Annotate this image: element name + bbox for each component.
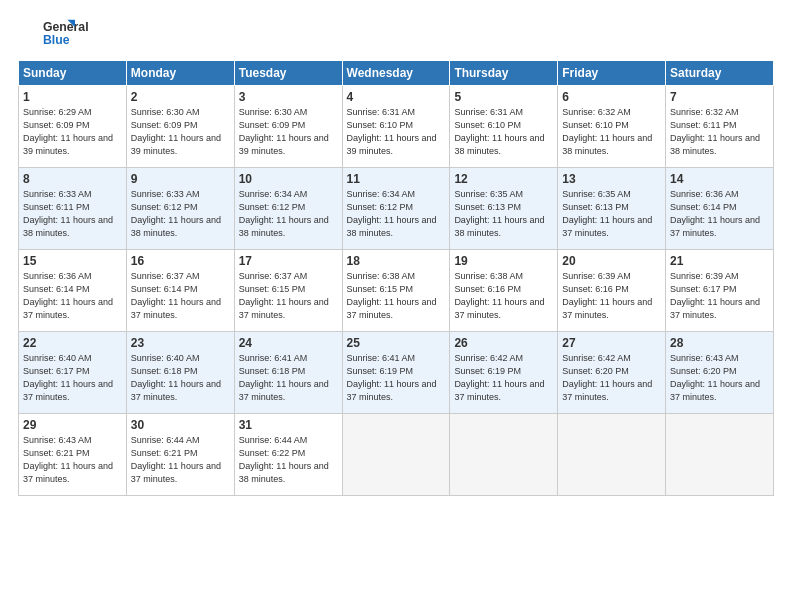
- day-info: Sunrise: 6:34 AM Sunset: 6:12 PM Dayligh…: [239, 188, 338, 240]
- day-number: 1: [23, 90, 122, 104]
- calendar-day-cell: 9 Sunrise: 6:33 AM Sunset: 6:12 PM Dayli…: [126, 168, 234, 250]
- svg-text:General: General: [43, 20, 89, 34]
- calendar-day-cell: 23 Sunrise: 6:40 AM Sunset: 6:18 PM Dayl…: [126, 332, 234, 414]
- calendar-day-cell: 4 Sunrise: 6:31 AM Sunset: 6:10 PM Dayli…: [342, 86, 450, 168]
- day-number: 18: [347, 254, 446, 268]
- calendar-day-cell: 7 Sunrise: 6:32 AM Sunset: 6:11 PM Dayli…: [666, 86, 774, 168]
- day-info: Sunrise: 6:42 AM Sunset: 6:20 PM Dayligh…: [562, 352, 661, 404]
- calendar-day-cell: 16 Sunrise: 6:37 AM Sunset: 6:14 PM Dayl…: [126, 250, 234, 332]
- calendar-day-cell: 14 Sunrise: 6:36 AM Sunset: 6:14 PM Dayl…: [666, 168, 774, 250]
- day-number: 30: [131, 418, 230, 432]
- day-info: Sunrise: 6:36 AM Sunset: 6:14 PM Dayligh…: [670, 188, 769, 240]
- calendar-day-cell: 24 Sunrise: 6:41 AM Sunset: 6:18 PM Dayl…: [234, 332, 342, 414]
- day-number: 21: [670, 254, 769, 268]
- calendar-header-tuesday: Tuesday: [234, 61, 342, 86]
- day-info: Sunrise: 6:44 AM Sunset: 6:22 PM Dayligh…: [239, 434, 338, 486]
- calendar-day-cell: 29 Sunrise: 6:43 AM Sunset: 6:21 PM Dayl…: [19, 414, 127, 496]
- day-number: 15: [23, 254, 122, 268]
- day-number: 2: [131, 90, 230, 104]
- calendar-day-cell: 21 Sunrise: 6:39 AM Sunset: 6:17 PM Dayl…: [666, 250, 774, 332]
- day-info: Sunrise: 6:29 AM Sunset: 6:09 PM Dayligh…: [23, 106, 122, 158]
- calendar-day-cell: 5 Sunrise: 6:31 AM Sunset: 6:10 PM Dayli…: [450, 86, 558, 168]
- day-number: 7: [670, 90, 769, 104]
- day-number: 10: [239, 172, 338, 186]
- day-number: 25: [347, 336, 446, 350]
- calendar-day-cell: 27 Sunrise: 6:42 AM Sunset: 6:20 PM Dayl…: [558, 332, 666, 414]
- day-info: Sunrise: 6:41 AM Sunset: 6:18 PM Dayligh…: [239, 352, 338, 404]
- calendar-day-cell: 13 Sunrise: 6:35 AM Sunset: 6:13 PM Dayl…: [558, 168, 666, 250]
- day-info: Sunrise: 6:33 AM Sunset: 6:12 PM Dayligh…: [131, 188, 230, 240]
- svg-text:Blue: Blue: [43, 33, 70, 47]
- day-number: 29: [23, 418, 122, 432]
- logo: General Blue: [18, 16, 98, 50]
- day-number: 24: [239, 336, 338, 350]
- calendar-table: SundayMondayTuesdayWednesdayThursdayFrid…: [18, 60, 774, 496]
- day-info: Sunrise: 6:30 AM Sunset: 6:09 PM Dayligh…: [131, 106, 230, 158]
- calendar-week-row: 15 Sunrise: 6:36 AM Sunset: 6:14 PM Dayl…: [19, 250, 774, 332]
- calendar-header-thursday: Thursday: [450, 61, 558, 86]
- calendar-day-cell: [558, 414, 666, 496]
- calendar-day-cell: 19 Sunrise: 6:38 AM Sunset: 6:16 PM Dayl…: [450, 250, 558, 332]
- calendar-header-friday: Friday: [558, 61, 666, 86]
- calendar-day-cell: 12 Sunrise: 6:35 AM Sunset: 6:13 PM Dayl…: [450, 168, 558, 250]
- calendar-page: General Blue SundayMondayTuesdayWednesda…: [0, 0, 792, 612]
- day-info: Sunrise: 6:43 AM Sunset: 6:21 PM Dayligh…: [23, 434, 122, 486]
- day-number: 22: [23, 336, 122, 350]
- day-info: Sunrise: 6:33 AM Sunset: 6:11 PM Dayligh…: [23, 188, 122, 240]
- day-number: 5: [454, 90, 553, 104]
- day-info: Sunrise: 6:31 AM Sunset: 6:10 PM Dayligh…: [347, 106, 446, 158]
- calendar-header-row: SundayMondayTuesdayWednesdayThursdayFrid…: [19, 61, 774, 86]
- calendar-day-cell: 28 Sunrise: 6:43 AM Sunset: 6:20 PM Dayl…: [666, 332, 774, 414]
- calendar-day-cell: [450, 414, 558, 496]
- calendar-day-cell: 30 Sunrise: 6:44 AM Sunset: 6:21 PM Dayl…: [126, 414, 234, 496]
- day-number: 31: [239, 418, 338, 432]
- calendar-day-cell: 1 Sunrise: 6:29 AM Sunset: 6:09 PM Dayli…: [19, 86, 127, 168]
- calendar-day-cell: 10 Sunrise: 6:34 AM Sunset: 6:12 PM Dayl…: [234, 168, 342, 250]
- day-number: 12: [454, 172, 553, 186]
- logo-icon: General Blue: [18, 16, 98, 50]
- day-info: Sunrise: 6:31 AM Sunset: 6:10 PM Dayligh…: [454, 106, 553, 158]
- day-number: 19: [454, 254, 553, 268]
- calendar-day-cell: 18 Sunrise: 6:38 AM Sunset: 6:15 PM Dayl…: [342, 250, 450, 332]
- header: General Blue: [18, 16, 774, 50]
- day-number: 4: [347, 90, 446, 104]
- calendar-header-wednesday: Wednesday: [342, 61, 450, 86]
- day-number: 6: [562, 90, 661, 104]
- day-number: 23: [131, 336, 230, 350]
- day-number: 20: [562, 254, 661, 268]
- calendar-day-cell: 2 Sunrise: 6:30 AM Sunset: 6:09 PM Dayli…: [126, 86, 234, 168]
- day-info: Sunrise: 6:36 AM Sunset: 6:14 PM Dayligh…: [23, 270, 122, 322]
- calendar-day-cell: [666, 414, 774, 496]
- day-info: Sunrise: 6:34 AM Sunset: 6:12 PM Dayligh…: [347, 188, 446, 240]
- calendar-day-cell: 26 Sunrise: 6:42 AM Sunset: 6:19 PM Dayl…: [450, 332, 558, 414]
- day-number: 9: [131, 172, 230, 186]
- calendar-day-cell: 20 Sunrise: 6:39 AM Sunset: 6:16 PM Dayl…: [558, 250, 666, 332]
- calendar-day-cell: 17 Sunrise: 6:37 AM Sunset: 6:15 PM Dayl…: [234, 250, 342, 332]
- day-number: 11: [347, 172, 446, 186]
- calendar-day-cell: [342, 414, 450, 496]
- day-info: Sunrise: 6:32 AM Sunset: 6:10 PM Dayligh…: [562, 106, 661, 158]
- day-info: Sunrise: 6:41 AM Sunset: 6:19 PM Dayligh…: [347, 352, 446, 404]
- day-info: Sunrise: 6:32 AM Sunset: 6:11 PM Dayligh…: [670, 106, 769, 158]
- day-number: 13: [562, 172, 661, 186]
- calendar-week-row: 1 Sunrise: 6:29 AM Sunset: 6:09 PM Dayli…: [19, 86, 774, 168]
- day-info: Sunrise: 6:44 AM Sunset: 6:21 PM Dayligh…: [131, 434, 230, 486]
- calendar-header-sunday: Sunday: [19, 61, 127, 86]
- day-info: Sunrise: 6:30 AM Sunset: 6:09 PM Dayligh…: [239, 106, 338, 158]
- calendar-day-cell: 15 Sunrise: 6:36 AM Sunset: 6:14 PM Dayl…: [19, 250, 127, 332]
- day-number: 8: [23, 172, 122, 186]
- day-number: 16: [131, 254, 230, 268]
- calendar-day-cell: 3 Sunrise: 6:30 AM Sunset: 6:09 PM Dayli…: [234, 86, 342, 168]
- day-number: 17: [239, 254, 338, 268]
- day-number: 28: [670, 336, 769, 350]
- calendar-week-row: 8 Sunrise: 6:33 AM Sunset: 6:11 PM Dayli…: [19, 168, 774, 250]
- calendar-week-row: 29 Sunrise: 6:43 AM Sunset: 6:21 PM Dayl…: [19, 414, 774, 496]
- day-info: Sunrise: 6:38 AM Sunset: 6:16 PM Dayligh…: [454, 270, 553, 322]
- day-info: Sunrise: 6:35 AM Sunset: 6:13 PM Dayligh…: [454, 188, 553, 240]
- day-info: Sunrise: 6:35 AM Sunset: 6:13 PM Dayligh…: [562, 188, 661, 240]
- day-info: Sunrise: 6:38 AM Sunset: 6:15 PM Dayligh…: [347, 270, 446, 322]
- calendar-header-monday: Monday: [126, 61, 234, 86]
- day-info: Sunrise: 6:42 AM Sunset: 6:19 PM Dayligh…: [454, 352, 553, 404]
- calendar-day-cell: 22 Sunrise: 6:40 AM Sunset: 6:17 PM Dayl…: [19, 332, 127, 414]
- day-number: 26: [454, 336, 553, 350]
